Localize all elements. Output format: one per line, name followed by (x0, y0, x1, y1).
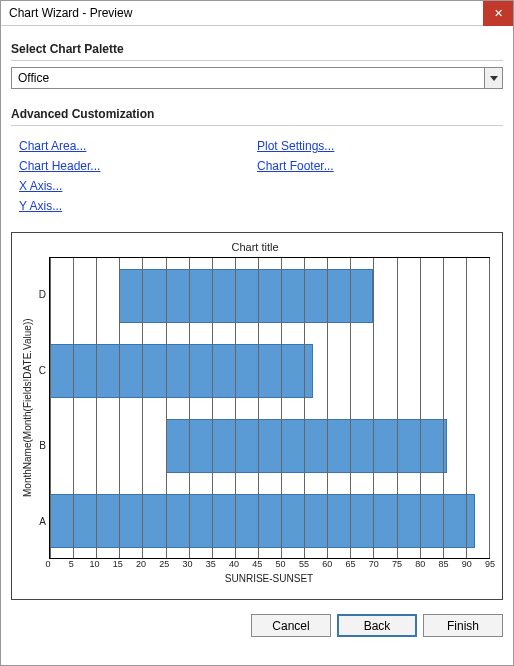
palette-dropdown[interactable]: Office (11, 67, 503, 89)
x-tick-label: 95 (485, 559, 495, 569)
close-button[interactable]: ✕ (483, 1, 513, 26)
y-axis-label: MonthName(Month(Fields!DATE.Value)) (20, 257, 35, 559)
x-tick-label: 50 (276, 559, 286, 569)
bar-C (50, 344, 313, 398)
chart-title: Chart title (20, 241, 490, 253)
links-col-left: Chart Area... Chart Header... X Axis... … (19, 136, 257, 216)
x-ticks: 05101520253035404550556065707580859095 (48, 559, 490, 573)
links-col-right: Plot Settings... Chart Footer... (257, 136, 495, 216)
x-tick-label: 85 (438, 559, 448, 569)
bar-D (119, 269, 373, 323)
x-tick-label: 80 (415, 559, 425, 569)
x-tick-label: 5 (69, 559, 74, 569)
x-tick-label: 0 (45, 559, 50, 569)
x-tick-label: 90 (462, 559, 472, 569)
x-tick-label: 15 (113, 559, 123, 569)
x-tick-label: 10 (90, 559, 100, 569)
x-tick-label: 45 (252, 559, 262, 569)
link-plot-settings[interactable]: Plot Settings... (257, 136, 495, 156)
x-tick-label: 65 (345, 559, 355, 569)
x-tick-label: 25 (159, 559, 169, 569)
y-tick-label: B (35, 440, 46, 451)
y-ticks: DCBA (35, 257, 49, 559)
window-title: Chart Wizard - Preview (9, 6, 132, 20)
cancel-button[interactable]: Cancel (251, 614, 331, 637)
chart-preview: Chart title MonthName(Month(Fields!DATE.… (11, 232, 503, 600)
finish-button[interactable]: Finish (423, 614, 503, 637)
back-button[interactable]: Back (337, 614, 417, 637)
bar-B (166, 419, 448, 473)
close-icon: ✕ (494, 7, 503, 20)
link-chart-header[interactable]: Chart Header... (19, 156, 257, 176)
y-tick-label: C (35, 365, 46, 376)
x-tick-label: 40 (229, 559, 239, 569)
plot-area (49, 257, 490, 559)
x-tick-label: 20 (136, 559, 146, 569)
advanced-section-header: Advanced Customization (11, 101, 503, 126)
link-chart-area[interactable]: Chart Area... (19, 136, 257, 156)
x-tick-label: 30 (183, 559, 193, 569)
y-tick-label: A (35, 516, 46, 527)
x-tick-label: 55 (299, 559, 309, 569)
x-tick-label: 60 (322, 559, 332, 569)
x-tick-label: 35 (206, 559, 216, 569)
link-chart-footer[interactable]: Chart Footer... (257, 156, 495, 176)
link-x-axis[interactable]: X Axis... (19, 176, 257, 196)
palette-dropdown-value: Office (12, 68, 484, 88)
footer-buttons: Cancel Back Finish (1, 600, 513, 651)
chevron-down-icon[interactable] (484, 68, 502, 88)
y-tick-label: D (35, 289, 46, 300)
link-y-axis[interactable]: Y Axis... (19, 196, 257, 216)
x-tick-label: 75 (392, 559, 402, 569)
advanced-links: Chart Area... Chart Header... X Axis... … (11, 132, 503, 232)
bar-A (50, 494, 475, 548)
palette-section-header: Select Chart Palette (11, 36, 503, 61)
titlebar: Chart Wizard - Preview ✕ (1, 1, 513, 26)
x-axis-label: SUNRISE-SUNSET (48, 573, 490, 584)
x-tick-label: 70 (369, 559, 379, 569)
